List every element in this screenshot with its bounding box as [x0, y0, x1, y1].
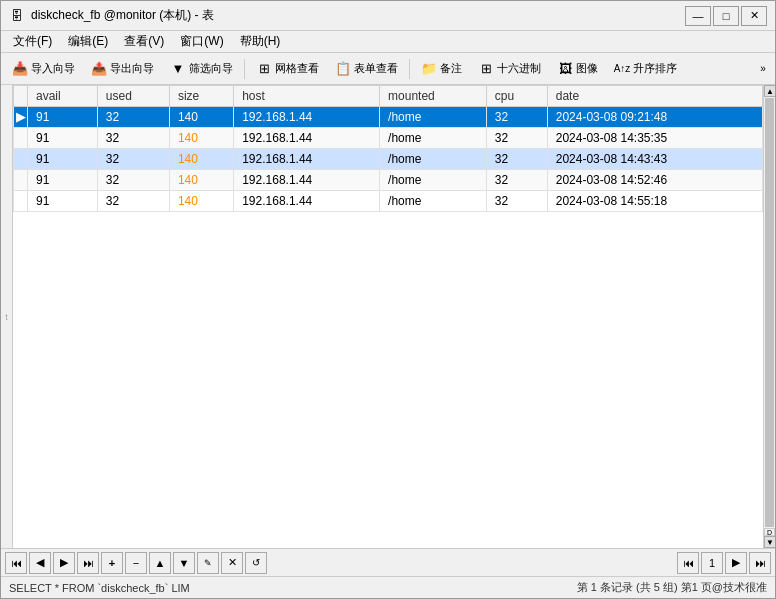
cell-size: 140 — [169, 149, 233, 170]
refresh-btn[interactable]: ↺ — [245, 552, 267, 574]
nav-next-btn[interactable]: ▶ — [53, 552, 75, 574]
menu-window[interactable]: 窗口(W) — [172, 31, 231, 52]
cell-used: 32 — [97, 107, 169, 128]
col-date[interactable]: date — [547, 86, 762, 107]
cell-host: 192.168.1.44 — [234, 128, 380, 149]
main-content: t avail used size host mounted cpu date — [1, 85, 775, 548]
cell-avail: 91 — [28, 191, 98, 212]
form-view-btn[interactable]: 📋 表单查看 — [328, 56, 405, 82]
sort-asc-btn[interactable]: A↑z 升序排序 — [607, 56, 684, 82]
cell-date: 2024-03-08 09:21:48 — [547, 107, 762, 128]
grid-label: 网格查看 — [275, 61, 319, 76]
export-wizard-btn[interactable]: 📤 导出向导 — [84, 56, 161, 82]
table-container[interactable]: avail used size host mounted cpu date ▶9… — [13, 85, 763, 548]
table-row[interactable]: 9132140192.168.1.44/home322024-03-08 14:… — [14, 149, 763, 170]
expand-btn[interactable]: » — [755, 56, 771, 82]
cancel-btn[interactable]: ✕ — [221, 552, 243, 574]
cell-date: 2024-03-08 14:55:18 — [547, 191, 762, 212]
form-icon: 📋 — [335, 61, 351, 77]
move-down-btn[interactable]: ▼ — [173, 552, 195, 574]
menu-file[interactable]: 文件(F) — [5, 31, 60, 52]
notes-btn[interactable]: 📁 备注 — [414, 56, 469, 82]
left-scroll-indicator: t — [5, 312, 8, 322]
scroll-thumb[interactable] — [765, 98, 774, 527]
cell-mounted: /home — [380, 107, 487, 128]
nav-first-btn[interactable]: ⏮ — [5, 552, 27, 574]
image-label: 图像 — [576, 61, 598, 76]
right-edge-btn[interactable]: D — [764, 528, 775, 536]
sort-label: 升序排序 — [633, 61, 677, 76]
cell-mounted: /home — [380, 191, 487, 212]
cell-date: 2024-03-08 14:35:35 — [547, 128, 762, 149]
page-last-btn[interactable]: ⏭ — [749, 552, 771, 574]
left-edge: t — [1, 85, 13, 548]
grid-icon: ⊞ — [256, 61, 272, 77]
import-label: 导入向导 — [31, 61, 75, 76]
hex-label: 十六进制 — [497, 61, 541, 76]
move-up-btn[interactable]: ▲ — [149, 552, 171, 574]
cell-host: 192.168.1.44 — [234, 191, 380, 212]
image-view-btn[interactable]: 🖼 图像 — [550, 56, 605, 82]
notes-label: 备注 — [440, 61, 462, 76]
minimize-button[interactable]: — — [685, 6, 711, 26]
table-header-row: avail used size host mounted cpu date — [14, 86, 763, 107]
window-title: diskcheck_fb @monitor (本机) - 表 — [31, 7, 685, 24]
cell-size: 140 — [169, 128, 233, 149]
pagination-controls: ⏮ 1 ▶ ⏭ — [677, 552, 771, 574]
col-mounted[interactable]: mounted — [380, 86, 487, 107]
col-indicator[interactable] — [14, 86, 28, 107]
col-cpu[interactable]: cpu — [486, 86, 547, 107]
col-host[interactable]: host — [234, 86, 380, 107]
row-indicator — [14, 128, 28, 149]
notes-icon: 📁 — [421, 61, 437, 77]
menu-help[interactable]: 帮助(H) — [232, 31, 289, 52]
table-row[interactable]: ▶9132140192.168.1.44/home322024-03-08 09… — [14, 107, 763, 128]
window-controls: — □ ✕ — [685, 6, 767, 26]
page-first-btn[interactable]: ⏮ — [677, 552, 699, 574]
cell-avail: 91 — [28, 170, 98, 191]
close-button[interactable]: ✕ — [741, 6, 767, 26]
table-row[interactable]: 9132140192.168.1.44/home322024-03-08 14:… — [14, 128, 763, 149]
status-bar: SELECT * FROM `diskcheck_fb` LIM 第 1 条记录… — [1, 576, 775, 598]
cell-mounted: /home — [380, 149, 487, 170]
table-row[interactable]: 9132140192.168.1.44/home322024-03-08 14:… — [14, 170, 763, 191]
col-used[interactable]: used — [97, 86, 169, 107]
cell-cpu: 32 — [486, 107, 547, 128]
main-window: 🗄 diskcheck_fb @monitor (本机) - 表 — □ ✕ 文… — [0, 0, 776, 599]
vertical-scrollbar[interactable]: ▲ D ▼ — [763, 85, 775, 548]
col-size[interactable]: size — [169, 86, 233, 107]
nav-prev-page-btn[interactable]: ◀ — [29, 552, 51, 574]
add-row-btn[interactable]: + — [101, 552, 123, 574]
row-indicator — [14, 191, 28, 212]
cell-used: 32 — [97, 191, 169, 212]
delete-row-btn[interactable]: − — [125, 552, 147, 574]
cell-used: 32 — [97, 149, 169, 170]
nav-last-btn[interactable]: ⏭ — [77, 552, 99, 574]
sql-status: SELECT * FROM `diskcheck_fb` LIM — [9, 582, 573, 594]
window-icon: 🗄 — [9, 8, 25, 24]
import-wizard-btn[interactable]: 📥 导入向导 — [5, 56, 82, 82]
edit-btn[interactable]: ✎ — [197, 552, 219, 574]
page-next-btn[interactable]: ▶ — [725, 552, 747, 574]
grid-view-btn[interactable]: ⊞ 网格查看 — [249, 56, 326, 82]
hex-icon: ⊞ — [478, 61, 494, 77]
filter-icon: ▼ — [170, 61, 186, 77]
menu-view[interactable]: 查看(V) — [116, 31, 172, 52]
table-row[interactable]: 9132140192.168.1.44/home322024-03-08 14:… — [14, 191, 763, 212]
scroll-up-btn[interactable]: ▲ — [764, 85, 775, 97]
filter-wizard-btn[interactable]: ▼ 筛选向导 — [163, 56, 240, 82]
col-avail[interactable]: avail — [28, 86, 98, 107]
sep2 — [409, 59, 410, 79]
cell-cpu: 32 — [486, 149, 547, 170]
page-num-btn[interactable]: 1 — [701, 552, 723, 574]
row-indicator: ▶ — [14, 107, 28, 128]
export-label: 导出向导 — [110, 61, 154, 76]
toolbar: 📥 导入向导 📤 导出向导 ▼ 筛选向导 ⊞ 网格查看 📋 表单查看 📁 备注 … — [1, 53, 775, 85]
hex-view-btn[interactable]: ⊞ 十六进制 — [471, 56, 548, 82]
menu-edit[interactable]: 编辑(E) — [60, 31, 116, 52]
cell-host: 192.168.1.44 — [234, 170, 380, 191]
maximize-button[interactable]: □ — [713, 6, 739, 26]
scroll-down-btn[interactable]: ▼ — [764, 536, 775, 548]
bottom-toolbar: ⏮ ◀ ▶ ⏭ + − ▲ ▼ ✎ ✕ ↺ ⏮ 1 ▶ ⏭ — [1, 548, 775, 576]
cell-avail: 91 — [28, 149, 98, 170]
